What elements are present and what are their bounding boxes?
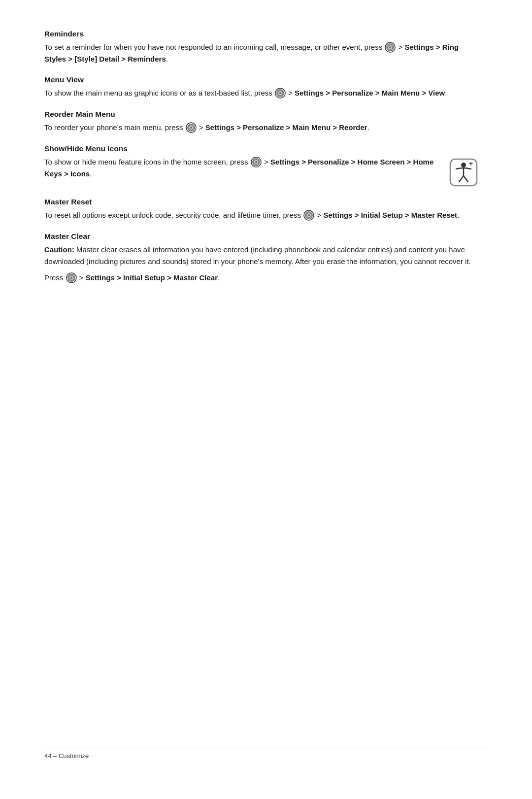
- svg-point-17: [461, 163, 466, 167]
- section-master-reset: Master Reset To reset all options except…: [44, 198, 478, 221]
- section-title-menu-view: Menu View: [44, 75, 478, 84]
- svg-point-29: [70, 277, 72, 279]
- reminders-path: Settings > Ring Styles > [Style] Detail …: [44, 43, 459, 63]
- section-title-master-clear: Master Clear: [44, 232, 478, 241]
- svg-text:+: +: [469, 160, 473, 167]
- menu-button-icon-5: [303, 210, 314, 221]
- caution-label: Caution:: [44, 245, 74, 254]
- section-menu-view: Menu View To show the main menu as graph…: [44, 75, 478, 99]
- svg-point-7: [279, 92, 281, 94]
- master-clear-path: Settings > Initial Setup > Master Clear: [86, 273, 218, 282]
- menu-button-icon-2: [275, 88, 286, 99]
- reorder-path: Settings > Personalize > Main Menu > Reo…: [205, 123, 367, 132]
- section-title-master-reset: Master Reset: [44, 198, 478, 206]
- section-master-clear: Master Clear Caution: Master clear erase…: [44, 232, 478, 284]
- section-title-reorder: Reorder Main Menu: [44, 110, 478, 119]
- show-hide-row: To show or hide menu feature icons in th…: [44, 156, 478, 187]
- svg-point-25: [308, 214, 310, 216]
- svg-point-11: [190, 127, 192, 129]
- menu-button-icon-6: [66, 272, 77, 283]
- section-show-hide-icons: Show/Hide Menu Icons To show or hide men…: [44, 144, 478, 187]
- section-title-reminders: Reminders: [44, 30, 478, 38]
- svg-point-15: [255, 161, 257, 163]
- section-reminders: Reminders To set a reminder for when you…: [44, 30, 478, 65]
- section-reorder-main-menu: Reorder Main Menu To reorder your phone’…: [44, 110, 478, 133]
- accessibility-icon: +: [449, 158, 478, 187]
- section-title-show-hide: Show/Hide Menu Icons: [44, 144, 478, 153]
- svg-line-19: [459, 176, 464, 182]
- svg-line-20: [464, 176, 468, 182]
- content-area: Reminders To set a reminder for when you…: [44, 30, 478, 284]
- svg-point-3: [389, 46, 391, 48]
- section-body-reorder: To reorder your phone’s main menu, press…: [44, 122, 478, 133]
- section-body-show-hide: To show or hide menu feature icons in th…: [44, 156, 439, 179]
- menu-button-icon-3: [186, 122, 197, 133]
- menu-view-path: Settings > Personalize > Main Menu > Vie…: [295, 89, 445, 97]
- master-reset-path: Settings > Initial Setup > Master Reset: [323, 211, 457, 219]
- section-body-master-reset: To reset all options except unlock code,…: [44, 209, 478, 221]
- footer-text: 44 – Customize: [44, 752, 89, 760]
- section-body-master-clear: Caution: Master clear erases all informa…: [44, 244, 478, 267]
- menu-button-icon-4: [251, 157, 262, 167]
- footer: 44 – Customize: [44, 747, 488, 760]
- menu-button-icon-1: [385, 42, 396, 53]
- section-body-menu-view: To show the main menu as graphic icons o…: [44, 87, 478, 99]
- master-clear-press-line: Press > Settings > Initial Setup > Maste…: [44, 272, 478, 284]
- show-hide-path: Settings > Personalize > Home Screen > H…: [44, 158, 433, 178]
- section-body-reminders: To set a reminder for when you have not …: [44, 41, 478, 65]
